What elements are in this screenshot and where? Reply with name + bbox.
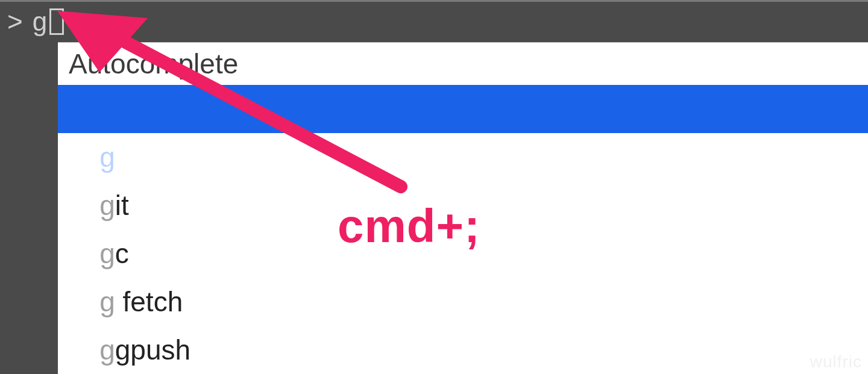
window-top-highlight [0, 0, 868, 2]
prompt-symbol: > [7, 8, 24, 35]
autocomplete-rest: c [115, 238, 129, 269]
text-cursor [49, 8, 64, 35]
prompt-typed-text: g [33, 8, 48, 35]
autocomplete-match: g [99, 142, 115, 173]
autocomplete-match: g [99, 334, 115, 366]
autocomplete-match: g [99, 286, 115, 317]
terminal-prompt[interactable]: > g [7, 8, 64, 35]
autocomplete-rest: it [115, 190, 129, 221]
autocomplete-rest: fetch [115, 286, 183, 317]
autocomplete-item[interactable]: gc [58, 181, 868, 229]
autocomplete-rest: gpush [115, 334, 190, 366]
autocomplete-item[interactable]: git [58, 133, 868, 181]
autocomplete-popup: Autocomplete gst git gc g fetch ggpush g… [58, 42, 868, 374]
autocomplete-header: Autocomplete [58, 43, 868, 85]
autocomplete-item[interactable]: gst [58, 85, 868, 133]
watermark: wulfric [810, 352, 862, 372]
autocomplete-match: g [99, 190, 115, 221]
autocomplete-match: g [99, 238, 115, 269]
autocomplete-rest: st [115, 142, 137, 173]
autocomplete-item[interactable]: g fetch [58, 229, 868, 278]
